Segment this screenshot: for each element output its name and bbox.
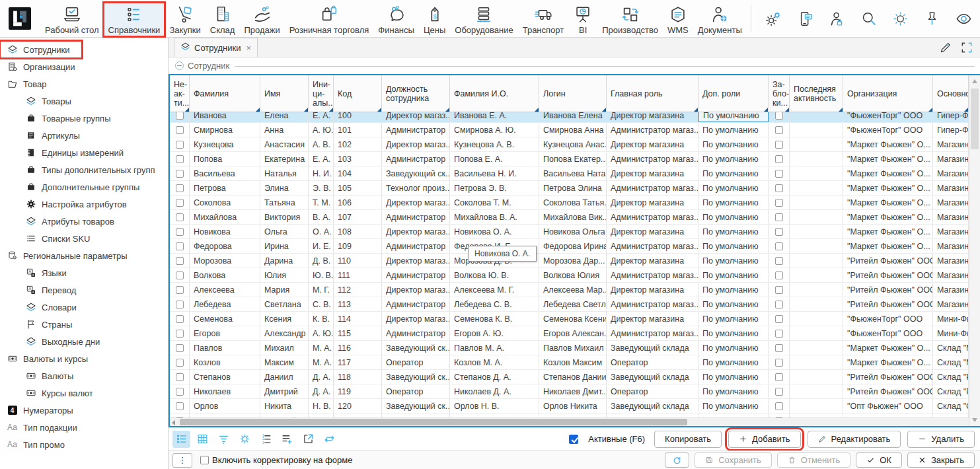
nav-item-bi[interactable]: BI [568,3,597,36]
sidebar-item-tip-promo[interactable]: АаТип промо [0,436,168,453]
column-header-lastactivity[interactable]: Последняя активность [790,75,843,112]
row-checkbox[interactable] [176,242,184,250]
ok-button[interactable]: ОК [856,452,902,468]
nav-item-tseny[interactable]: $Цены [419,3,450,36]
vertical-scrollbar[interactable] [969,75,980,426]
row-checkbox[interactable] [176,257,184,265]
blocked-checkbox[interactable] [775,315,783,323]
sidebar-item-numeratory[interactable]: 4Нумераторы [0,402,168,419]
nav-item-sklad[interactable]: Склад [206,3,240,36]
column-header-shortname[interactable]: Фамилия И.О. [450,75,539,112]
blocked-checkbox[interactable] [775,257,783,265]
table-row[interactable]: АлексееваМарияМ. Г.112Директор магаз...А… [170,283,969,297]
row-checkbox[interactable] [176,228,184,236]
row-checkbox[interactable] [176,344,184,352]
sidebar-item-valyuty-i-kursy[interactable]: Валюты и курсы [0,350,168,367]
row-checkbox[interactable] [176,155,184,163]
sidebar-item-organizatsii[interactable]: Организации [0,58,168,75]
blocked-checkbox[interactable] [775,141,783,149]
table-row[interactable]: МорозоваДаринаД. В.110Директор магаз...М… [170,254,969,268]
export-icon[interactable] [299,431,317,448]
column-header-code[interactable]: Код [334,75,382,112]
loop-icon[interactable] [320,431,338,448]
view-list-icon[interactable] [172,431,190,448]
table-row[interactable]: СмирноваАннаА. Ю.101АдминистраторСмирнов… [170,123,969,137]
row-checkbox[interactable] [176,359,184,367]
sidebar-item-spiski-sku[interactable]: Списки SKU [0,230,168,247]
tab-close-icon[interactable]: × [246,43,251,53]
nav-item-zakupki[interactable]: Закупки [165,3,205,36]
save-button[interactable]: Сохранить [695,452,772,468]
delete-button[interactable]: Удалить [907,431,975,448]
search-icon[interactable] [859,9,879,28]
column-header-firstname[interactable]: Имя [260,75,309,112]
blocked-checkbox[interactable] [775,155,783,163]
gear-blue-icon[interactable] [236,431,254,448]
table-row[interactable]: ВолковаЮлияЮ. В.111АдминистраторВолкова … [170,268,969,283]
row-checkbox[interactable] [176,271,184,279]
nav-item-rabochiy-stol[interactable]: Рабочий стол [40,3,104,36]
eye-icon[interactable] [954,9,974,28]
add-list-icon[interactable] [278,431,296,448]
vertical-scroll-thumb[interactable] [971,89,979,149]
column-header-login[interactable]: Логин [539,75,607,112]
sidebar-item-nastroyka-atributov[interactable]: Настройка атрибутов [0,196,168,213]
row-checkbox[interactable] [176,112,184,120]
table-row[interactable]: ПавловМихаилМ. А.116Заведующий ск...Павл… [170,341,969,355]
sidebar-item-tip-podaktsii[interactable]: АаТип подакции [0,419,168,436]
blocked-checkbox[interactable] [775,388,783,396]
blocked-checkbox[interactable] [775,359,783,367]
horizontal-scroll-thumb[interactable] [180,419,687,425]
refresh-button[interactable] [665,452,689,468]
sidebar-item-tovar[interactable]: Товар [0,75,168,92]
table-row[interactable]: ЕгоровАлександрА. Ю.115АдминистраторЕгор… [170,326,969,341]
scroll-up-icon[interactable] [972,79,977,83]
sidebar-item-kursy-valyut[interactable]: Курсы валют [0,384,168,402]
column-header-lastname[interactable]: Фамилия [190,75,260,112]
nav-item-wms[interactable]: WMS [663,3,693,36]
blocked-checkbox[interactable] [775,330,783,338]
column-header-mainrole[interactable]: Главная роль [607,75,698,112]
view-grid-icon[interactable] [194,431,211,448]
row-checkbox[interactable] [176,286,184,294]
sidebar-item-vykhodnye-dni[interactable]: Выходные дни [0,333,168,350]
row-checkbox[interactable] [176,199,184,207]
nav-item-dokumenty[interactable]: Документы [693,3,747,36]
edit-view-icon[interactable] [939,41,952,54]
fullscreen-icon[interactable] [960,41,973,54]
nav-item-roznichnaya-torgovlya[interactable]: Розничная торговля [285,3,374,36]
table-row[interactable]: ИвановаЕленаЕ. А.100Директор магаз...Ива… [170,112,969,123]
table-row[interactable]: ЛебедеваСветланаС. В.113АдминистраторЛеб… [170,297,969,312]
sidebar-item-valyuty[interactable]: Валюты [0,367,168,384]
sidebar-item-artikuly[interactable]: Артикулы [0,127,168,144]
table-row[interactable]: СеменоваКсенияК. В.114Директор магаз...С… [170,312,969,326]
row-checkbox[interactable] [176,301,184,308]
blocked-checkbox[interactable] [775,344,783,352]
row-checkbox[interactable] [176,388,184,396]
sidebar-item-tovarnye-gruppy[interactable]: Товарные группы [0,110,168,127]
table-row[interactable]: СоколоваТатьянаТ. М.106Директор магаз...… [170,196,969,210]
cancel-button[interactable]: Отменить [777,452,850,468]
sidebar-item-tipy-dopolnitelnykh-grupp[interactable]: Типы дополнительных групп [0,161,168,178]
column-header-blocked[interactable]: За- бло- ки... [769,75,790,112]
table-row[interactable]: ПоповаЕкатеринаЕ. А.103АдминистраторПопо… [170,152,969,166]
table-row[interactable]: ВасильеваНатальяН. И.104Заведующий ск...… [170,166,969,181]
row-checkbox[interactable] [176,315,184,323]
row-checkbox[interactable] [176,373,184,381]
row-checkbox[interactable] [176,213,184,221]
table-row[interactable]: СтепановДаниилД. А.118Заведующий ск...Ст… [170,370,969,384]
user-lock-icon[interactable] [827,9,847,28]
copy-button[interactable]: Копировать [654,431,722,448]
blocked-checkbox[interactable] [775,170,783,178]
row-checkbox[interactable] [176,126,184,134]
blocked-checkbox[interactable] [775,286,783,294]
tab-employees[interactable]: Сотрудники × [174,38,258,57]
numbered-list-icon[interactable]: 123 [257,431,275,448]
nav-item-oborudovanie[interactable]: Оборудование [450,3,517,36]
sidebar-item-regionalnye-parametry[interactable]: Региональные параметры [0,247,168,264]
settings-gears-icon[interactable] [764,9,784,28]
active-filter-checkbox[interactable] [569,435,578,444]
pin-icon[interactable] [923,9,942,28]
nav-item-spravochniki[interactable]: Справочники [104,3,165,36]
blocked-checkbox[interactable] [775,228,783,236]
